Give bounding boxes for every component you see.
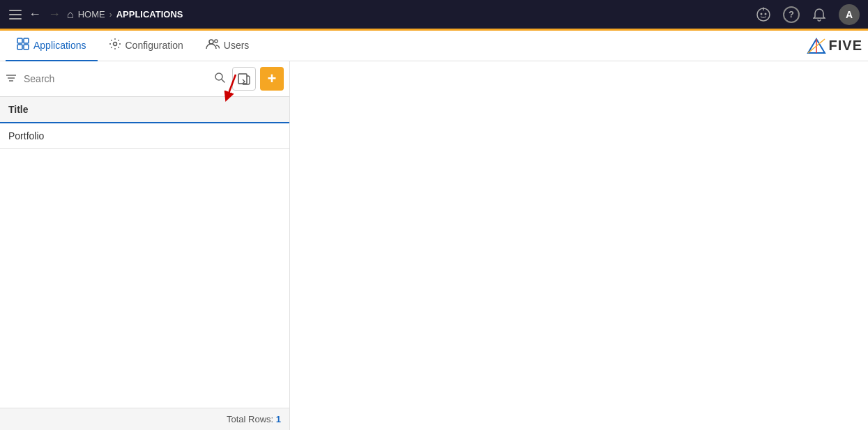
table-container: Title Portfolio	[0, 97, 289, 408]
menu-icon[interactable]	[8, 8, 22, 22]
users-tab-icon	[206, 38, 220, 52]
search-magnify-icon[interactable]	[214, 72, 225, 86]
search-input[interactable]	[21, 70, 228, 87]
tab-applications[interactable]: Applications	[6, 31, 98, 61]
five-logo-area: FIVE	[807, 38, 862, 54]
svg-point-7	[763, 7, 764, 8]
applications-tab-icon	[17, 38, 29, 52]
tab-applications-label: Applications	[33, 40, 86, 51]
breadcrumb-current: APPLICATIONS	[116, 9, 183, 20]
svg-rect-2	[9, 18, 22, 20]
tabs-bar: Applications Configuration Users	[0, 31, 868, 61]
tab-configuration[interactable]: Configuration	[98, 31, 195, 61]
left-panel: + Title Portfolio Total Rows: 1	[0, 61, 290, 430]
home-icon: ⌂	[67, 8, 74, 21]
svg-rect-10	[17, 45, 22, 49]
home-label[interactable]: HOME	[78, 9, 105, 20]
forward-button[interactable]: →	[47, 8, 61, 22]
import-button[interactable]	[232, 67, 256, 91]
configuration-tab-icon	[109, 38, 121, 52]
avatar[interactable]: A	[839, 4, 860, 25]
svg-point-14	[215, 40, 218, 43]
top-bar-left: ← → ⌂ HOME › APPLICATIONS	[8, 8, 754, 22]
total-rows-count: 1	[276, 414, 281, 424]
data-table: Title Portfolio	[0, 97, 289, 149]
tab-configuration-label: Configuration	[125, 40, 183, 51]
svg-rect-1	[9, 14, 22, 15]
right-panel	[290, 61, 868, 430]
table-row[interactable]: Portfolio	[0, 123, 289, 149]
five-logo-text: FIVE	[829, 38, 862, 54]
main-content: + Title Portfolio Total Rows: 1	[0, 61, 868, 430]
column-title: Title	[0, 97, 289, 123]
add-button[interactable]: +	[260, 67, 284, 91]
five-logo: FIVE	[807, 38, 862, 54]
cell-title: Portfolio	[0, 123, 289, 149]
top-bar: ← → ⌂ HOME › APPLICATIONS ?	[0, 0, 868, 31]
breadcrumb-separator: ›	[109, 10, 112, 20]
svg-point-12	[113, 43, 116, 46]
svg-point-13	[209, 40, 213, 44]
top-bar-right: ? A	[754, 4, 860, 25]
search-bar: +	[0, 61, 289, 97]
search-input-wrapper	[21, 70, 228, 87]
help-icon[interactable]: ?	[783, 6, 800, 23]
bell-icon[interactable]	[809, 5, 829, 24]
svg-point-4	[761, 13, 763, 15]
table-header-row: Title	[0, 97, 289, 123]
total-rows-label: Total Rows:	[227, 414, 273, 424]
svg-rect-9	[24, 38, 29, 43]
svg-rect-11	[24, 45, 29, 49]
svg-rect-23	[238, 74, 247, 84]
breadcrumb: ⌂ HOME › APPLICATIONS	[67, 8, 183, 21]
bot-icon[interactable]	[754, 5, 773, 24]
filter-icon[interactable]	[6, 74, 17, 84]
tab-users-label: Users	[224, 40, 250, 51]
tab-users[interactable]: Users	[195, 31, 261, 61]
table-footer: Total Rows: 1	[0, 408, 289, 430]
svg-rect-8	[17, 38, 22, 43]
svg-rect-0	[9, 10, 22, 11]
back-button[interactable]: ←	[28, 8, 42, 22]
svg-line-22	[222, 79, 224, 82]
svg-point-5	[765, 13, 767, 15]
